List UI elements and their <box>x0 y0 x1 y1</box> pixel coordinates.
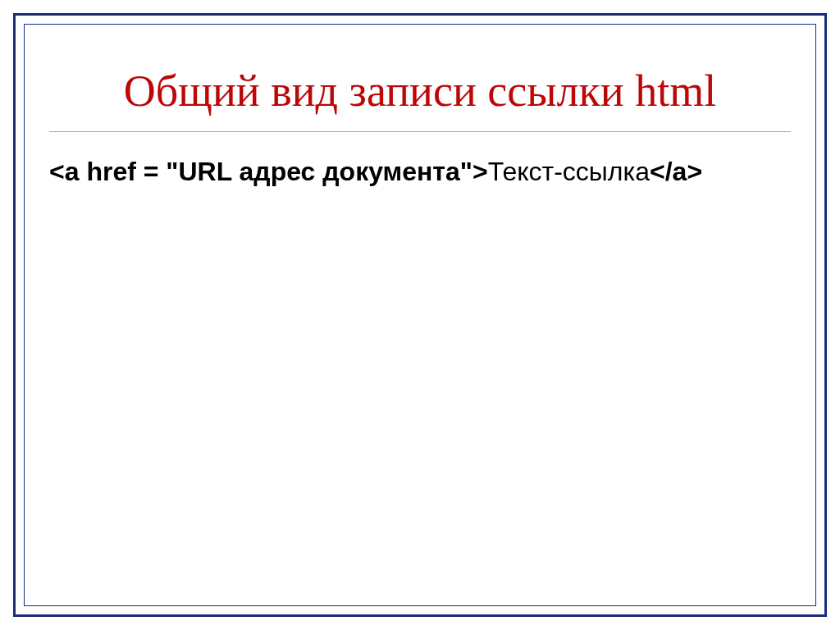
code-close-tag: </a> <box>650 157 702 186</box>
code-link-text: Текст-ссылка <box>488 157 650 186</box>
outer-border: Общий вид записи ссылки html <a href = "… <box>13 13 827 617</box>
code-open-tag: <a href = "URL адрес документа"> <box>49 157 488 186</box>
slide-title: Общий вид записи ссылки html <box>49 66 791 132</box>
inner-border: Общий вид записи ссылки html <a href = "… <box>24 24 816 606</box>
code-example: <a href = "URL адрес документа">Текст-сс… <box>49 155 791 189</box>
